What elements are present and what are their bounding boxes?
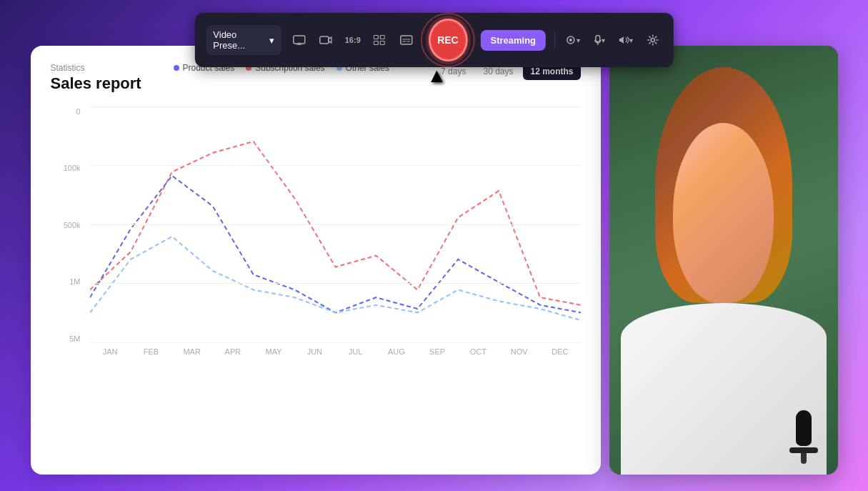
x-label-apr: APR <box>212 347 253 364</box>
speaker-control-icon[interactable]: ▾ <box>617 30 635 50</box>
person-face <box>673 123 774 303</box>
divider <box>554 31 555 49</box>
y-label-5m: 5M <box>51 334 86 343</box>
aspect-ratio-icon[interactable]: 16:9 <box>344 30 361 50</box>
other-line <box>90 236 581 319</box>
camera-icon[interactable] <box>317 30 335 50</box>
x-label-may: MAY <box>254 347 294 364</box>
video-panel <box>609 46 838 475</box>
y-axis-labels: 5M 1M 500k 100k 0 <box>51 107 86 343</box>
x-label-jan: JAN <box>90 347 131 364</box>
screen-share-icon[interactable] <box>290 30 308 50</box>
app-background: Video Prese... ▾ 16:9 <box>0 0 868 491</box>
svg-rect-4 <box>374 41 379 45</box>
microphone <box>788 410 820 464</box>
mic-control-icon[interactable]: ▾ <box>590 30 608 50</box>
x-label-dec: DEC <box>539 347 580 364</box>
svg-point-8 <box>569 39 572 41</box>
y-label-0: 0 <box>51 107 86 116</box>
video-preset-label: Video Prese... <box>213 29 265 51</box>
settings-icon[interactable] <box>644 30 662 50</box>
rec-button[interactable]: REC <box>428 19 467 61</box>
video-background <box>609 46 838 475</box>
y-label-100k: 100k <box>51 164 86 172</box>
grid-line-50 <box>90 224 581 225</box>
svg-rect-6 <box>401 36 412 44</box>
x-axis-labels: JAN FEB MAR APR MAY JUN JUL AUG SEP OCT … <box>90 347 581 364</box>
streaming-button[interactable]: Streaming <box>480 30 546 51</box>
cursor-arrow: ▲ <box>427 64 447 87</box>
legend-dot-product <box>174 65 179 71</box>
camera-control-icon[interactable]: ▾ <box>564 30 582 50</box>
chart-svg <box>90 107 581 343</box>
grid-line-bottom <box>90 342 581 343</box>
x-label-oct: OCT <box>458 347 499 364</box>
grid-line-25 <box>90 283 581 284</box>
chart-svg-area <box>90 107 581 343</box>
grid-line-top <box>90 106 581 107</box>
x-label-mar: MAR <box>171 347 212 364</box>
x-label-sep: SEP <box>417 347 458 364</box>
toolbar: Video Prese... ▾ 16:9 <box>194 13 673 67</box>
content-area: Statistics Sales report Product sales Su… <box>31 46 838 475</box>
x-label-nov: NOV <box>499 347 539 364</box>
y-label-1m: 1M <box>51 277 86 286</box>
svg-rect-5 <box>381 41 385 45</box>
grid-line-75 <box>90 165 581 166</box>
layout-icon[interactable] <box>370 30 388 50</box>
video-preset-dropdown[interactable]: Video Prese... ▾ <box>206 25 281 55</box>
svg-rect-2 <box>374 36 379 39</box>
chevron-down-icon: ▾ <box>269 35 274 46</box>
svg-rect-3 <box>381 36 385 39</box>
y-label-500k: 500k <box>51 221 86 229</box>
x-label-jul: JUL <box>335 347 376 364</box>
x-label-aug: AUG <box>376 347 416 364</box>
rec-label: REC <box>437 34 459 46</box>
x-label-feb: FEB <box>131 347 171 364</box>
stats-panel: Statistics Sales report Product sales Su… <box>31 46 601 475</box>
caption-icon[interactable] <box>397 30 415 50</box>
svg-rect-9 <box>596 36 600 42</box>
x-label-jun: JUN <box>294 347 335 364</box>
svg-rect-1 <box>320 36 329 44</box>
chart-container: 5M 1M 500k 100k 0 <box>51 107 581 364</box>
product-line <box>90 175 581 312</box>
svg-point-10 <box>652 39 655 42</box>
